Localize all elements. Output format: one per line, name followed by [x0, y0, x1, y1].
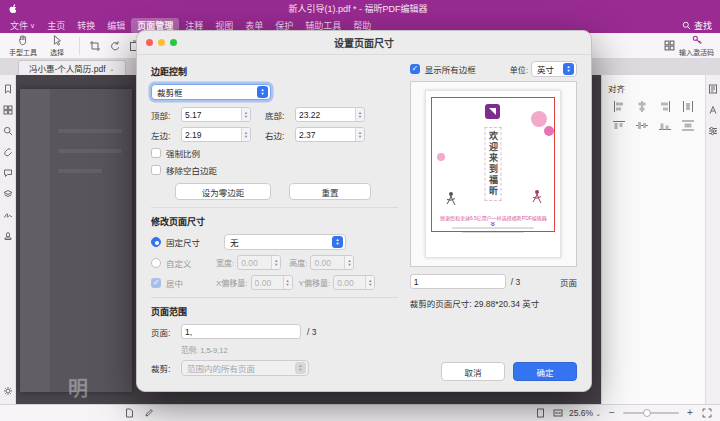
- top-margin-field[interactable]: [181, 107, 251, 122]
- document-tab-label: 冯小惠-个人简历.pdf: [29, 62, 106, 74]
- distribute-h-icon[interactable]: [678, 100, 699, 113]
- box-type-select[interactable]: 裁剪框: [151, 84, 271, 100]
- window-title: 新人引导(1).pdf * - 福昕PDF编辑器: [18, 2, 698, 15]
- tab-edit[interactable]: 编辑: [101, 18, 131, 33]
- select-tool-button[interactable]: 选择: [40, 34, 74, 57]
- attachment-icon[interactable]: [2, 146, 13, 157]
- remove-blank-row[interactable]: 移除空白边距: [151, 164, 398, 176]
- dialog-titlebar: 设置页面尺寸: [137, 31, 591, 55]
- comment-icon[interactable]: [2, 167, 13, 178]
- single-page-icon[interactable]: [535, 408, 546, 419]
- stamp-icon[interactable]: [2, 230, 13, 241]
- unit-select[interactable]: 英寸: [531, 61, 577, 77]
- fixed-size-radio[interactable]: [151, 237, 161, 247]
- crop-scope-select: 范围内的所有页面: [181, 360, 309, 376]
- stepper-icon[interactable]: [355, 128, 364, 141]
- sliders-icon[interactable]: [708, 125, 719, 136]
- distribute-v-icon[interactable]: [678, 119, 699, 132]
- show-borders-checkbox[interactable]: [410, 64, 420, 74]
- key-icon: [691, 34, 703, 46]
- crop-scope-label: 裁剪:: [151, 362, 181, 374]
- zoom-slider-knob[interactable]: [643, 409, 651, 417]
- constrain-ratio-checkbox[interactable]: [151, 148, 161, 158]
- page-range-field[interactable]: [181, 324, 301, 339]
- show-borders-label: 显示所有边框: [425, 63, 476, 75]
- bottom-margin-field[interactable]: [295, 107, 365, 122]
- properties-icon[interactable]: [708, 83, 719, 94]
- close-icon[interactable]: [146, 39, 153, 46]
- crop-pages-button[interactable]: [85, 36, 105, 56]
- unit-value: 英寸: [537, 63, 563, 75]
- ok-button[interactable]: 确定: [513, 362, 577, 381]
- format-panel: 对齐: [601, 75, 705, 404]
- page-text-placeholder: [58, 169, 102, 173]
- align-right-icon[interactable]: [655, 100, 676, 113]
- signature-icon[interactable]: [2, 209, 13, 220]
- bookmark-outline-icon[interactable]: [2, 83, 13, 94]
- tab-file[interactable]: 文件: [4, 18, 41, 33]
- fullscreen-icon[interactable]: [701, 408, 712, 419]
- tab-convert[interactable]: 转换: [71, 18, 101, 33]
- dialog-left-column: 边距控制 裁剪框 顶部: 底部: 左边: 右边:: [151, 61, 398, 381]
- zoom-slider[interactable]: [623, 412, 679, 414]
- format-icon[interactable]: [708, 104, 719, 115]
- zoom-out-button[interactable]: −: [607, 408, 617, 418]
- zoom-level-dropdown[interactable]: 25.6%: [569, 408, 601, 418]
- activation-code-button[interactable]: 输入激活码: [679, 34, 714, 57]
- preview-page: 欢迎来到福昕 感谢您和全球6.5亿用户一样选择福昕PDF编辑器: [425, 90, 561, 258]
- custom-size-label: 自定义: [166, 257, 216, 269]
- zero-margins-button[interactable]: 设为零边距: [175, 183, 271, 200]
- tab-home[interactable]: 主页: [41, 18, 71, 33]
- align-center-h-icon[interactable]: [631, 100, 652, 113]
- center-label: 居中: [166, 277, 216, 289]
- page-thumbnails-icon[interactable]: [2, 104, 13, 115]
- left-panel-strip: [0, 75, 16, 404]
- layers-icon[interactable]: [2, 188, 13, 199]
- document-tab-active[interactable]: 冯小惠-个人简历.pdf ⌄: [18, 60, 126, 75]
- align-top-icon[interactable]: [608, 119, 629, 132]
- constrain-ratio-row[interactable]: 强制比例: [151, 147, 398, 159]
- custom-size-radio[interactable]: [151, 258, 161, 268]
- zoom-in-button[interactable]: +: [685, 408, 695, 418]
- cancel-button[interactable]: 取消: [441, 362, 505, 381]
- x-offset-label: X偏移量:: [216, 277, 248, 288]
- right-margin-field[interactable]: [295, 127, 365, 142]
- ribbon-search[interactable]: 查找: [682, 19, 716, 32]
- crop-scope-value: 范围内的所有页面: [187, 362, 295, 374]
- align-left-icon[interactable]: [608, 100, 629, 113]
- stepper-icon: [271, 256, 280, 269]
- hand-tool-button[interactable]: 手型工具: [6, 34, 40, 57]
- stepper-icon: [283, 276, 292, 289]
- fixed-size-value: 无: [230, 236, 332, 248]
- statusbar-right-tools: 25.6% − +: [535, 408, 712, 419]
- stepper-icon: [344, 256, 353, 269]
- reset-button[interactable]: 重置: [289, 183, 371, 200]
- chevron-down-icon[interactable]: ⌄: [110, 65, 115, 72]
- align-middle-v-icon[interactable]: [631, 119, 652, 132]
- preview-page-field[interactable]: [410, 274, 506, 289]
- grid-view-button[interactable]: [659, 36, 679, 56]
- settings-icon[interactable]: [2, 385, 13, 396]
- y-offset-field: [333, 275, 375, 290]
- remove-blank-checkbox[interactable]: [151, 165, 161, 175]
- pencil-icon[interactable]: [143, 408, 154, 419]
- stepper-icon[interactable]: [241, 128, 250, 141]
- maximize-icon[interactable]: [170, 39, 177, 46]
- search-icon[interactable]: [2, 125, 13, 136]
- left-margin-field[interactable]: [181, 127, 251, 142]
- dialog-body: 边距控制 裁剪框 顶部: 底部: 左边: 右边:: [137, 55, 591, 381]
- fixed-size-select[interactable]: 无: [224, 234, 346, 250]
- rotate-pages-button[interactable]: [105, 36, 125, 56]
- chevron-down-icon: [595, 408, 601, 418]
- status-bar: 25.6% − +: [0, 404, 720, 421]
- page-icon[interactable]: [124, 408, 135, 419]
- stepper-icon: [365, 276, 374, 289]
- align-bottom-icon[interactable]: [655, 119, 676, 132]
- remove-blank-label: 移除空白边距: [166, 164, 217, 176]
- stepper-icon[interactable]: [355, 108, 364, 121]
- minimize-icon[interactable]: [158, 39, 165, 46]
- apple-menu-icon[interactable]: [8, 3, 18, 14]
- margin-section-title: 边距控制: [151, 65, 398, 78]
- stepper-icon[interactable]: [241, 108, 250, 121]
- fit-width-icon[interactable]: [552, 408, 563, 419]
